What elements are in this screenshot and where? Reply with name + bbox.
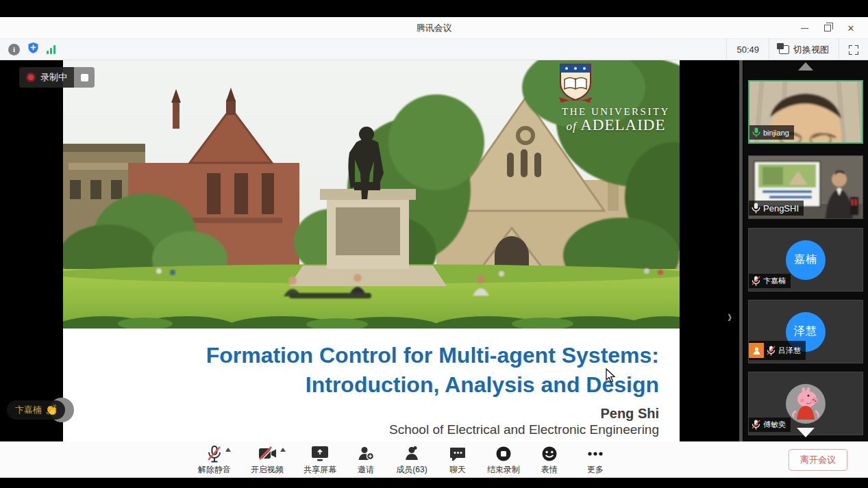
participant-tile-fuminyi[interactable]: 傅敏奕 <box>748 372 863 435</box>
reaction-user-name: 卞嘉楠 <box>15 404 42 416</box>
emoji-icon <box>541 446 558 462</box>
scroll-up-arrow-icon[interactable] <box>798 62 813 70</box>
fullscreen-icon <box>849 45 858 55</box>
participant-nametag: 卞嘉楠 <box>749 274 791 288</box>
presentation-slide: THE UNIVERSITY of ADELAIDE Formation Con… <box>63 60 680 441</box>
leave-meeting-button[interactable]: 离开会议 <box>789 449 847 471</box>
share-screen-icon <box>311 446 329 462</box>
participant-name: binjiang <box>763 129 789 137</box>
minimize-button[interactable] <box>793 17 816 39</box>
participant-name: 傅敏奕 <box>763 420 786 430</box>
switch-view-button[interactable]: 切换视图 <box>769 39 839 60</box>
mic-muted-icon <box>752 420 760 430</box>
university-crest-icon <box>558 63 593 104</box>
meeting-toolbar: 解除静音 开启视频 <box>0 441 868 478</box>
participant-name: 卞嘉楠 <box>763 276 786 286</box>
participant-tile-bianjianan[interactable]: 嘉楠 卞嘉楠 <box>748 228 863 292</box>
window-title: 腾讯会议 <box>417 22 452 34</box>
meeting-timer: 50:49 <box>726 39 769 60</box>
participant-tile-lvzehui[interactable]: 泽慧 吕泽慧 <box>748 300 863 363</box>
invite-button[interactable]: 邀请 <box>348 445 384 476</box>
slide-affiliation: School of Electrical and Electronic Engi… <box>63 422 659 438</box>
participant-nametag: binjiang <box>749 125 794 140</box>
invite-icon <box>358 446 374 462</box>
participant-nametag: PengSHI <box>749 201 804 216</box>
shared-screen-stage: THE UNIVERSITY of ADELAIDE Formation Con… <box>0 60 743 441</box>
mouse-cursor <box>606 368 617 383</box>
recording-indicator: 录制中 <box>19 67 95 88</box>
more-button[interactable]: 更多 <box>578 445 613 476</box>
participant-tile-pengshi[interactable]: PengSHI <box>748 155 863 219</box>
window-controls: ✕ <box>793 17 863 39</box>
camera-off-icon <box>258 446 277 461</box>
pig-avatar <box>786 384 826 424</box>
chat-icon <box>449 446 466 462</box>
panel-divider[interactable] <box>739 60 743 441</box>
more-icon <box>586 446 604 462</box>
network-signal-icon[interactable] <box>47 45 55 54</box>
members-button[interactable]: 成员(63) <box>394 445 430 476</box>
slide-author: Peng Shi <box>63 405 659 422</box>
participant-nametag: 傅敏奕 <box>749 418 791 432</box>
mic-on-icon <box>752 203 760 214</box>
fullscreen-button[interactable] <box>839 39 868 60</box>
status-bar: i 50:49 切换视图 <box>0 39 868 60</box>
mic-options-caret[interactable] <box>225 448 231 452</box>
end-recording-button[interactable]: 结束录制 <box>486 445 521 476</box>
slide-title-line1: Formation Control for Multi-agent System… <box>63 341 659 370</box>
letterbox-top <box>0 0 868 17</box>
scroll-down-arrow-icon[interactable] <box>797 428 815 437</box>
panel-collapse-chevron-icon[interactable]: › <box>728 307 732 327</box>
avatar: 嘉楠 <box>786 240 826 280</box>
participant-tile-binjiang[interactable]: binjiang <box>748 80 863 144</box>
members-icon <box>404 446 419 462</box>
chat-button[interactable]: 聊天 <box>440 445 475 476</box>
stop-recording-button[interactable] <box>74 67 95 88</box>
university-name-line2: of ADELAIDE <box>558 116 674 134</box>
mic-on-icon <box>752 127 760 138</box>
participant-panel: binjiang <box>743 60 868 441</box>
host-badge-icon <box>749 343 764 358</box>
security-shield-icon[interactable] <box>27 42 39 57</box>
campus-photo: THE UNIVERSITY of ADELAIDE <box>63 60 680 329</box>
video-options-caret[interactable] <box>280 448 286 452</box>
slide-text-area: Formation Control for Multi-agent System… <box>63 329 680 441</box>
title-bar: 腾讯会议 ✕ <box>0 17 868 39</box>
recording-label: 录制中 <box>40 71 67 84</box>
restore-button[interactable] <box>816 17 839 39</box>
start-video-button[interactable]: 开启视频 <box>249 445 285 476</box>
university-logo: THE UNIVERSITY of ADELAIDE <box>558 63 674 134</box>
participant-name: PengSHI <box>763 203 799 214</box>
info-icon[interactable]: i <box>8 44 20 55</box>
letterbox-bottom <box>0 478 868 488</box>
unmute-button[interactable]: 解除静音 <box>197 445 232 476</box>
mic-muted-icon <box>752 276 760 286</box>
share-screen-button[interactable]: 共享屏幕 <box>302 445 338 476</box>
stop-record-icon <box>495 446 512 462</box>
mic-muted-icon <box>767 346 776 356</box>
mic-muted-icon <box>207 446 222 463</box>
tencent-meeting-window: 腾讯会议 ✕ i 50:49 切换视图 <box>0 0 868 488</box>
recording-dot-icon <box>26 73 36 82</box>
switch-view-icon <box>779 45 789 54</box>
reaction-toast: 卞嘉楠 👏 <box>7 399 65 421</box>
emoji-button[interactable]: 表情 <box>532 445 567 476</box>
clap-emoji-icon: 👏 <box>45 404 58 416</box>
participant-nametag: 吕泽慧 <box>749 341 806 360</box>
close-button[interactable]: ✕ <box>839 17 863 39</box>
slide-title-line2: Introduction, Analysis and Design <box>63 370 659 400</box>
participant-name: 吕泽慧 <box>778 346 801 356</box>
